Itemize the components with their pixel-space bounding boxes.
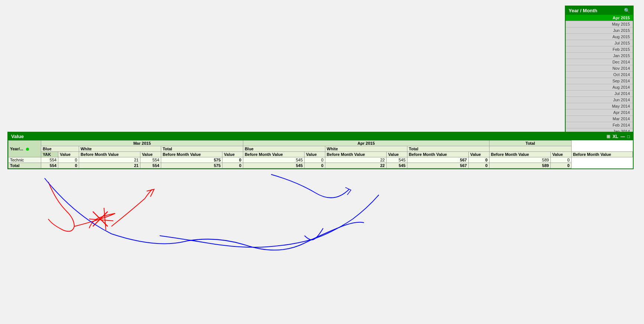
cell-7: 545	[243, 157, 304, 163]
apr-blue-header: Blue	[243, 146, 325, 152]
year-month-panel: Year / Month 🔍 Apr 2015May 2015Jun 2015A…	[565, 6, 634, 135]
cell-3: 21	[79, 157, 140, 163]
red-arrow-path	[111, 189, 152, 226]
search-icon[interactable]: 🔍	[624, 8, 630, 13]
mar-blue-bmv-col: Before Month Value	[79, 152, 140, 157]
cell-1: 554	[41, 157, 58, 163]
grand-val-col: Value	[550, 152, 571, 157]
save-icon[interactable]: ⊞	[606, 134, 610, 139]
cell-14: 0	[550, 157, 571, 163]
year-month-item-1[interactable]: May 2015	[566, 21, 633, 27]
total-cell-5: 575	[161, 163, 222, 168]
apr-total-header: Total	[407, 146, 489, 152]
year-month-item-17[interactable]: Feb 2014	[566, 122, 633, 128]
year-month-header: Year / Month 🔍	[566, 6, 633, 15]
mar-blue-header: Blue	[41, 146, 79, 152]
total-cell-7: 545	[243, 163, 304, 168]
cell-9: 22	[325, 157, 386, 163]
red-scribble-1	[48, 182, 74, 231]
total-cell-14: 0	[550, 163, 571, 168]
mar-white-val-col: Value	[140, 152, 161, 157]
xl-button[interactable]: XL	[612, 134, 618, 139]
apr-blue-val-col: Value	[305, 152, 325, 157]
year-month-title: Year / Month	[569, 8, 597, 13]
cell-6: 0	[222, 157, 243, 163]
depth-yak: YAK	[41, 152, 58, 157]
blue-check	[305, 228, 323, 240]
mar-white-header: White	[79, 146, 161, 152]
maximize-button[interactable]: □	[627, 134, 630, 139]
mar-white-bmv-col: Before Month Value	[161, 152, 222, 157]
mar-total-header: Total	[161, 146, 243, 152]
apr-total-bmv-col: Before Month Value	[489, 152, 550, 157]
year-month-item-8[interactable]: Nov 2014	[566, 65, 633, 72]
value-panel: Value ⊞ XL — □ Year/... Mar 2015 Apr 201…	[7, 132, 634, 169]
blue-right-curve	[271, 174, 349, 198]
total-cell-6: 0	[222, 163, 243, 168]
year-month-item-6[interactable]: Jan 2015	[566, 53, 633, 59]
year-month-item-0[interactable]: Apr 2015	[566, 15, 633, 21]
total-cell-9: 22	[325, 163, 386, 168]
year-month-item-7[interactable]: Dec 2014	[566, 59, 633, 65]
mar-total-val-col: Value	[222, 152, 243, 157]
year-month-item-11[interactable]: Aug 2014	[566, 84, 633, 91]
year-month-item-9[interactable]: Oct 2014	[566, 72, 633, 78]
total-cell-1: 554	[41, 163, 58, 168]
year-month-item-5[interactable]: Feb 2015	[566, 46, 633, 53]
year-month-item-15[interactable]: Apr 2014	[566, 109, 633, 116]
apr-white-header: White	[325, 146, 407, 152]
value-table: Year/... Mar 2015 Apr 2015 Total Blue Wh…	[8, 140, 633, 168]
col-mar2015: Mar 2015	[41, 141, 243, 146]
total-row: Total554021554575054502254556705890	[9, 163, 633, 168]
year-month-item-13[interactable]: Jun 2014	[566, 97, 633, 103]
total-cell-2: 0	[58, 163, 79, 168]
cell-11: 567	[407, 157, 468, 163]
grand-bmv-col: Before Month Value	[571, 152, 632, 157]
year-month-item-14[interactable]: May 2014	[566, 103, 633, 109]
total-cell-13: 589	[489, 163, 550, 168]
apr-white-bmv-col: Before Month Value	[407, 152, 468, 157]
value-panel-header: Value ⊞ XL — □	[8, 132, 633, 140]
blue-arrowhead	[345, 187, 351, 195]
total-cell-11: 567	[407, 163, 468, 168]
total-cell-3: 21	[79, 163, 140, 168]
drawing-canvas	[0, 171, 644, 319]
total-cell-8: 0	[305, 163, 325, 168]
mar-blue-val-col: Value	[58, 152, 79, 157]
grand-total-header	[489, 146, 571, 152]
total-cell-12: 0	[468, 163, 489, 168]
cell-8: 0	[305, 157, 325, 163]
red-x-1	[93, 212, 108, 226]
col-apr2015: Apr 2015	[243, 141, 489, 146]
cell-5: 575	[161, 157, 222, 163]
year-month-list: Apr 2015May 2015Jun 2015Aug 2015Jul 2015…	[566, 15, 633, 135]
red-arrowhead	[147, 189, 154, 197]
total-cell-4: 554	[140, 163, 161, 168]
year-month-item-2[interactable]: Jun 2015	[566, 27, 633, 34]
red-x-2	[93, 212, 108, 226]
cell-0: Technic	[9, 157, 41, 163]
year-month-item-16[interactable]: Mar 2014	[566, 116, 633, 122]
year-month-item-4[interactable]: Jul 2015	[566, 40, 633, 46]
total-cell-0: Total	[9, 163, 41, 168]
red-line-h	[89, 219, 113, 221]
value-panel-title: Value	[11, 134, 24, 139]
minimize-button[interactable]: —	[621, 134, 625, 139]
cell-10: 545	[386, 157, 407, 163]
apr-white-val-col: Value	[386, 152, 407, 157]
cell-4: 554	[140, 157, 161, 163]
col-year-month: Year/...	[9, 141, 41, 157]
blue-curve-2	[160, 195, 379, 247]
year-month-item-12[interactable]: Jul 2014	[566, 91, 633, 97]
year-month-item-3[interactable]: Aug 2015	[566, 34, 633, 40]
col-total: Total	[489, 141, 571, 146]
cell-13: 589	[489, 157, 550, 163]
filter-dot	[26, 148, 29, 151]
blue-curve-1	[45, 178, 364, 250]
total-cell-10: 545	[386, 163, 407, 168]
cell-2: 0	[58, 157, 79, 163]
mar-total-bmv-col: Before Month Value	[243, 152, 304, 157]
table-row: Technic554021554575054502254556705890	[9, 157, 633, 163]
red-scribble-2	[74, 213, 115, 228]
year-month-item-10[interactable]: Sep 2014	[566, 78, 633, 84]
